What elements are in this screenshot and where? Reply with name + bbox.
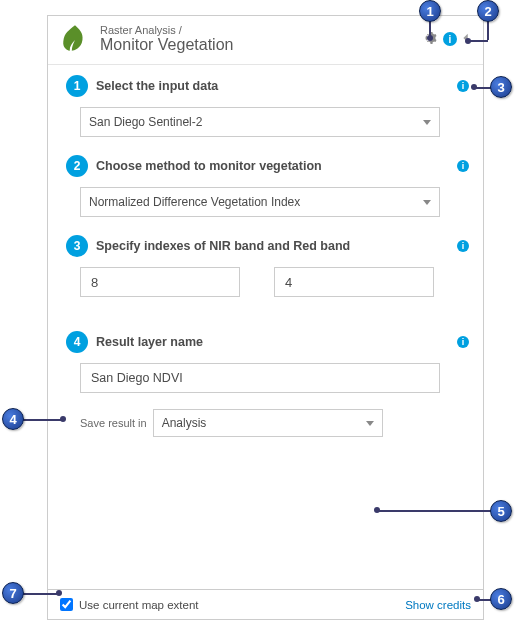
section-method: 2 Choose method to monitor vegetation i … <box>66 155 465 217</box>
dropdown-value: Analysis <box>162 416 207 430</box>
use-extent-label: Use current map extent <box>79 599 199 611</box>
callout-dot <box>465 38 471 44</box>
callout-line <box>470 40 488 42</box>
callout-3: 3 <box>490 76 512 98</box>
step-badge-4: 4 <box>66 331 88 353</box>
chevron-down-icon <box>423 200 431 205</box>
save-result-dropdown[interactable]: Analysis <box>153 409 383 437</box>
step-label-2: Choose method to monitor vegetation <box>96 159 465 173</box>
callout-line <box>22 419 62 421</box>
section-result-name: 4 Result layer name i Save result in Ana… <box>66 331 465 437</box>
step-label-4: Result layer name <box>96 335 465 349</box>
callout-1: 1 <box>419 0 441 22</box>
step-badge-3: 3 <box>66 235 88 257</box>
input-data-dropdown[interactable]: San Diego Sentinel-2 <box>80 107 440 137</box>
section-band-indexes: 3 Specify indexes of NIR band and Red ba… <box>66 235 465 297</box>
page-title: Monitor Vegetation <box>100 36 425 54</box>
callout-dot <box>471 84 477 90</box>
step-badge-2: 2 <box>66 155 88 177</box>
analysis-panel: Raster Analysis / Monitor Vegetation i 1… <box>47 15 484 620</box>
step-label-1: Select the input data <box>96 79 465 93</box>
dropdown-value: San Diego Sentinel-2 <box>89 115 202 129</box>
nir-band-input[interactable] <box>80 267 240 297</box>
step-label-3: Specify indexes of NIR band and Red band <box>96 239 465 253</box>
info-icon[interactable]: i <box>457 336 469 348</box>
info-icon[interactable]: i <box>443 32 457 46</box>
info-icon[interactable]: i <box>457 160 469 172</box>
section-input-data: 1 Select the input data i San Diego Sent… <box>66 75 465 137</box>
callout-line <box>378 510 492 512</box>
callout-line <box>487 20 489 40</box>
callout-7: 7 <box>2 582 24 604</box>
breadcrumb[interactable]: Raster Analysis / <box>100 24 425 36</box>
use-extent-option[interactable]: Use current map extent <box>60 598 199 611</box>
method-dropdown[interactable]: Normalized Difference Vegetation Index <box>80 187 440 217</box>
leaf-icon <box>58 22 92 56</box>
callout-dot <box>56 590 62 596</box>
callout-4: 4 <box>2 408 24 430</box>
panel-footer: Use current map extent Show credits <box>48 589 483 619</box>
callout-dot <box>374 507 380 513</box>
dropdown-value: Normalized Difference Vegetation Index <box>89 195 300 209</box>
use-extent-checkbox[interactable] <box>60 598 73 611</box>
callout-6: 6 <box>490 588 512 610</box>
callout-dot <box>60 416 66 422</box>
info-icon[interactable]: i <box>457 80 469 92</box>
save-result-label: Save result in <box>80 417 147 429</box>
callout-dot <box>427 35 433 41</box>
panel-header: Raster Analysis / Monitor Vegetation i <box>48 16 483 65</box>
step-badge-1: 1 <box>66 75 88 97</box>
callout-dot <box>474 596 480 602</box>
callout-line <box>429 20 431 36</box>
red-band-input[interactable] <box>274 267 434 297</box>
chevron-down-icon <box>366 421 374 426</box>
callout-5: 5 <box>490 500 512 522</box>
chevron-down-icon <box>423 120 431 125</box>
result-layer-name-input[interactable] <box>80 363 440 393</box>
info-icon[interactable]: i <box>457 240 469 252</box>
callout-line <box>22 593 58 595</box>
callout-2: 2 <box>477 0 499 22</box>
show-credits-link[interactable]: Show credits <box>405 599 471 611</box>
